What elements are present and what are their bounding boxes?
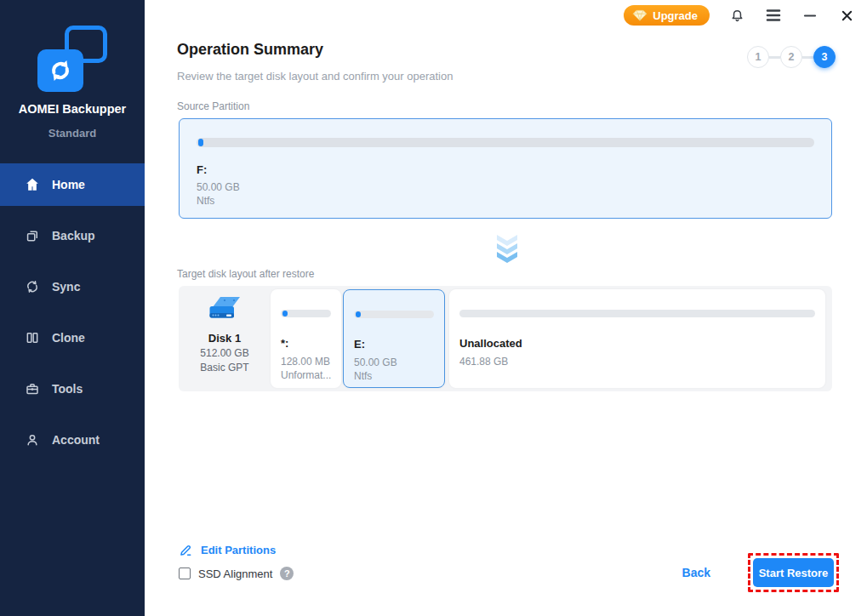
disk-size: 512.00 GB (200, 347, 248, 359)
ssd-alignment-checkbox[interactable] (179, 568, 191, 579)
sidebar-item-account[interactable]: Account (0, 419, 145, 461)
restore-direction-chevrons-icon (496, 235, 518, 267)
sidebar-item-home[interactable]: Home (0, 163, 145, 206)
bell-icon[interactable] (727, 6, 746, 25)
partition-name: *: (281, 337, 288, 350)
back-button[interactable]: Back (682, 566, 710, 579)
sidebar-item-clone[interactable]: Clone (0, 317, 145, 359)
home-icon (24, 176, 41, 193)
page-subtitle: Review the target disk layout and confir… (177, 70, 453, 83)
step-indicator: 1 2 3 (747, 46, 836, 68)
upgrade-button[interactable]: Upgrade (624, 5, 710, 26)
sidebar: AOMEI Backupper Standard Home Backup (0, 0, 145, 616)
step-2: 2 (780, 46, 802, 68)
menu-icon[interactable] (764, 6, 783, 25)
upgrade-label: Upgrade (653, 9, 698, 22)
disk-type: Basic GPT (200, 362, 248, 374)
sidebar-item-tools[interactable]: Tools (0, 368, 145, 410)
ssd-alignment-row: SSD Alignment ? (179, 567, 294, 580)
ssd-alignment-label: SSD Alignment (198, 568, 272, 580)
sidebar-item-label: Clone (52, 331, 85, 345)
start-restore-highlight: Start Restore (748, 553, 839, 592)
target-partition-e-selected[interactable]: E: 50.00 GB Ntfs (343, 289, 445, 388)
sidebar-item-label: Home (52, 178, 85, 191)
sidebar-item-label: Sync (52, 280, 80, 294)
sidebar-item-label: Account (52, 433, 100, 447)
target-partition-unallocated[interactable]: Unallocated 461.88 GB (449, 289, 825, 388)
help-icon[interactable]: ? (280, 567, 294, 580)
sidebar-item-label: Tools (52, 382, 83, 396)
backup-icon (24, 227, 41, 244)
sidebar-nav: Home Backup Sync (0, 163, 145, 470)
source-usage-bar (197, 138, 814, 147)
target-disk-info[interactable]: Disk 1 512.00 GB Basic GPT (179, 286, 271, 391)
target-partition-star[interactable]: *: 128.00 MB Unformat... (271, 289, 341, 388)
app-logo (37, 26, 107, 92)
partition-usage-bar (354, 311, 434, 318)
disk-name: Disk 1 (208, 332, 241, 345)
source-partition-panel[interactable]: F: 50.00 GB Ntfs (179, 118, 832, 219)
source-partition-fs: Ntfs (197, 195, 214, 207)
partition-usage-fill (282, 311, 288, 317)
app-edition: Standard (0, 127, 145, 140)
partition-fs: Ntfs (354, 370, 372, 382)
app-name: AOMEI Backupper (0, 102, 145, 116)
partition-name: E: (354, 338, 365, 351)
logo-sync-icon (37, 49, 83, 92)
account-icon (24, 431, 41, 448)
sidebar-item-sync[interactable]: Sync (0, 265, 145, 308)
app-window: AOMEI Backupper Standard Home Backup (0, 0, 867, 616)
partition-size: 461.88 GB (459, 356, 508, 368)
sidebar-item-backup[interactable]: Backup (0, 214, 145, 257)
source-partition-size: 50.00 GB (197, 181, 240, 193)
pencil-icon (179, 543, 193, 557)
gem-icon (632, 9, 647, 21)
step-connector (769, 56, 780, 59)
partition-size: 50.00 GB (354, 356, 397, 368)
step-1: 1 (747, 46, 769, 68)
edit-partitions-label: Edit Partitions (201, 544, 276, 556)
partition-usage-bar (459, 310, 815, 317)
page-title: Operation Summary (177, 41, 323, 59)
sidebar-item-label: Backup (52, 229, 95, 242)
edit-partitions-link[interactable]: Edit Partitions (179, 543, 276, 557)
step-connector (802, 56, 813, 59)
tools-icon (24, 380, 41, 397)
target-layout-label: Target disk layout after restore (177, 268, 314, 280)
sync-icon (24, 278, 41, 295)
close-icon[interactable] (837, 6, 856, 25)
partition-fs: Unformat... (281, 369, 331, 381)
partition-size: 128.00 MB (281, 356, 330, 368)
partition-usage-fill (356, 311, 361, 317)
titlebar: Upgrade (145, 0, 867, 31)
partition-name: Unallocated (459, 337, 522, 350)
target-disk-panel: Disk 1 512.00 GB Basic GPT *: 128.00 MB … (179, 286, 832, 391)
source-usage-fill (198, 139, 203, 146)
clone-icon (24, 329, 41, 346)
partition-usage-bar (281, 310, 331, 317)
source-partition-name: F: (197, 163, 207, 176)
minimize-icon[interactable] (801, 6, 819, 25)
source-partition-label: Source Partition (177, 100, 249, 112)
start-restore-button[interactable]: Start Restore (753, 558, 834, 587)
step-3-active: 3 (813, 46, 836, 68)
disk-icon (206, 293, 243, 328)
